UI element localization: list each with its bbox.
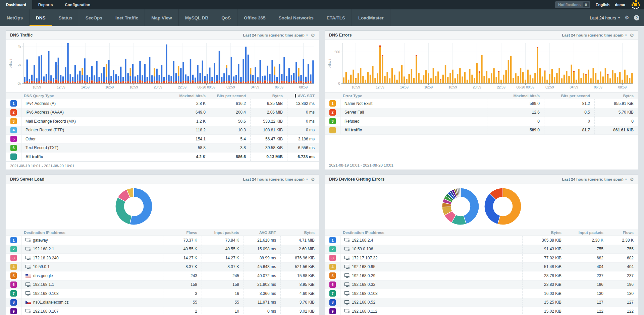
notifications-button[interactable]: Notifications 0 [555,1,590,8]
table-row[interactable]: 5Other154.15.456.47 KiB3.186 ms [6,135,319,144]
top-tab-reports[interactable]: Reports [32,0,59,9]
column-header[interactable]: Error Type [325,92,487,99]
table-total-row[interactable]: All traffic589.081.7861.61 KiB [325,126,638,135]
table-row[interactable]: 6192.168.1.115815821.802 ms8.95 KiB [6,280,319,290]
row-value: 2.38 K [566,236,608,245]
nav-tab-loadmaster[interactable]: LoadMaster [352,9,390,26]
nav-tab-office-365[interactable]: Office 365 [237,9,272,26]
table-row[interactable]: 5192.168.0.2928.78 KiB237237 [325,271,638,280]
table-row[interactable]: 2IPv6 Address (AAAA)649.0200.42.06 MiB0 … [6,108,319,117]
nav-tab-status[interactable]: Status [52,9,79,26]
column-header[interactable]: Bytes [594,92,638,99]
dns-traffic-chart[interactable]: 0k2k4kbits/s10:5912:5914:5916:5918:5920:… [6,40,319,92]
top-tab-dashboard[interactable]: Dashboard [0,0,32,9]
table-row[interactable]: 1Name Not Exist589.081.2855.91 KiB [325,99,638,108]
row-value: 88.99 ms [244,254,280,262]
panel-settings-gear-icon[interactable]: ⚙ [630,33,634,38]
svg-text:02:59: 02:59 [226,85,235,89]
row-value: 1.2 K [160,117,210,126]
table-row[interactable]: 2192.168.2.140.55 K40.55 K15.098 ms2.60 … [6,245,319,254]
table-row[interactable]: 3172.18.28.24014.27 K14.27 K88.99 ms876.… [6,254,319,263]
panel-time-span-selector[interactable]: Last 24 hours (generic time span) ▾ [243,33,308,37]
table-row[interactable]: 210.59.0.10691.43 KiB755755 [325,245,638,254]
table-row[interactable]: 8192.168.0.5215.25 KiB127127 [325,298,638,307]
nav-tab-map-view[interactable]: Map View [145,9,178,26]
column-header[interactable]: Bytes [250,92,287,99]
column-header[interactable]: Flows [163,229,202,236]
column-header[interactable]: Bytes [280,229,319,236]
table-row[interactable]: 5dns.google24324540.072 ms15.88 KiB [6,271,319,280]
user-menu[interactable]: demo [615,3,625,7]
row-value: 196 [566,280,608,289]
column-header[interactable]: Bits per second [210,92,250,99]
column-header[interactable]: Destination IP address [6,229,163,236]
table-row[interactable]: 2Server Fail12.60.55.70 KiB [325,108,638,117]
panel-settings-gear-icon[interactable]: ⚙ [630,177,634,182]
column-header[interactable]: Maximal bits/s [160,92,210,99]
device-monitor-icon [344,291,350,296]
nav-tab-inet-traffic[interactable]: Inet Traffic [109,9,145,26]
donut-segment-other[interactable] [133,188,133,197]
table-row[interactable]: 6192.168.0.3223.83 KiB196196 [325,280,638,290]
table-row[interactable]: 4192.168.0.9551.48 KiB404404 [325,263,638,272]
column-header[interactable]: DNS Query Type [6,92,160,99]
row-value: 876.96 KiB [280,254,319,262]
device-monitor-icon [344,282,350,287]
panel-settings-gear-icon[interactable]: ⚙ [311,33,315,38]
table-row[interactable]: 1gateway73.37 K73.84 K21.618 ms4.71 MiB [6,236,319,245]
column-header[interactable]: Bits per second [544,92,594,99]
table-row[interactable]: 9192.168.0.11215.02 KiB122122 [325,307,638,315]
panel-time-span-selector[interactable]: Last 24 hours (generic time span) ▾ [562,177,627,181]
device-monitor-icon [344,273,350,278]
table-row[interactable]: 8ns01.dialtelecom.cz555511.971 ms3.76 Ki… [6,298,319,307]
nav-tab-qos[interactable]: QoS [215,9,237,26]
table-row[interactable]: 1IPv4 Address (A)2.8 K616.26.35 MiB13.86… [6,99,319,108]
row-label: 192.168.1.1 [33,282,54,287]
settings-gear-icon[interactable]: ⚙ [625,15,629,20]
global-time-range-selector[interactable]: Last 24 hours ▾ [590,15,620,20]
column-header[interactable]: AVG SRT [244,229,280,236]
chevron-down-icon: ▾ [618,16,620,19]
row-label: Name Not Exist [344,101,372,106]
dns-server-load-donut[interactable] [6,184,319,229]
help-icon[interactable]: ? [634,15,639,20]
table-row[interactable]: 3Refused000 [325,117,638,126]
table-row[interactable]: 7192.168.0.10316.03 KiB130130 [325,289,638,298]
nav-tab-eta-tls[interactable]: ETA/TLS [320,9,352,26]
nav-tab-secops[interactable]: SecOps [79,9,109,26]
column-header[interactable]: Maximal bits/s [487,92,544,99]
brand-logo-icon[interactable] [631,0,641,9]
table-total-row[interactable]: All traffic4.2 K886.69.13 MiB6.738 ms [6,152,319,162]
column-header[interactable]: Bytes [522,229,566,236]
dns-errors-chart[interactable]: 0500bits/s10:5912:5914:5916:5918:5920:59… [325,40,638,92]
table-row[interactable]: 3172.17.107.3277.02 KiB682682 [325,254,638,263]
nav-tab-dns[interactable]: DNS [30,9,52,26]
svg-text:02:59: 02:59 [545,85,554,89]
top-tab-configuration[interactable]: Configuration [59,0,96,9]
panel-settings-gear-icon[interactable]: ⚙ [311,177,315,182]
svg-text:12:59: 12:59 [57,85,65,89]
column-header[interactable]: Input packets [566,229,608,236]
nav-tab-social-networks[interactable]: Social Networks [272,9,320,26]
column-header[interactable]: Flows [608,229,638,236]
column-header[interactable]: Destination IP address [325,229,522,236]
table-row[interactable]: 4Pointer Record (PTR)118.210.3108.81 KiB… [6,126,319,135]
panel-time-span-selector[interactable]: Last 24 hours (generic time span) ▾ [562,33,627,37]
device-monitor-icon [25,265,31,269]
dns-devices-errors-donuts[interactable] [325,184,638,229]
table-row[interactable]: 7192.168.0.1033163.366 ms4.60 KiB [6,289,319,298]
table-row[interactable]: 410.59.0.18.37 K8.37 K45.643 ms521.56 Ki… [6,263,319,272]
nav-tab-mysql-db[interactable]: MySQL DB [179,9,215,26]
table-row[interactable]: 6Text Record (TXT)58.83.839.58 KiB6.556 … [6,144,319,153]
donut-segment-192.168.2.1[interactable] [115,197,132,225]
nav-tab-netops[interactable]: NetOps [0,9,30,26]
column-header[interactable]: Input packets [202,229,244,236]
panel-time-span-selector[interactable]: Last 24 hours (generic time span) ▾ [243,177,308,181]
table-row[interactable]: 1192.168.2.4305.38 KiB2.38 K2.38 K [325,236,638,245]
table-row[interactable]: 9192.168.0.1072100 ms3.02 KiB [6,307,319,315]
language-selector[interactable]: English [596,3,610,7]
table-row[interactable]: 3Mail Exchange Record (MX)1.2 K50.6533.2… [6,117,319,126]
row-label: 192.168.0.32 [352,282,375,287]
row-value: 118.2 [160,126,210,135]
column-header[interactable]: AVG SRT [287,92,319,99]
